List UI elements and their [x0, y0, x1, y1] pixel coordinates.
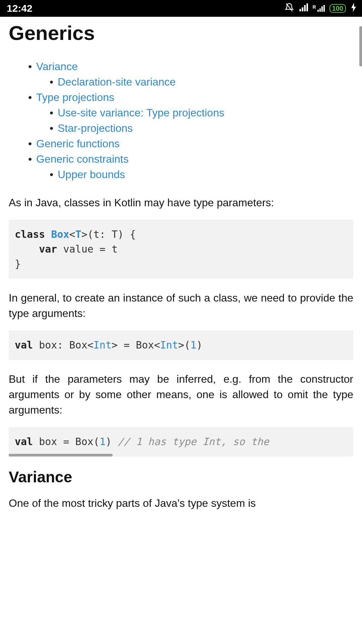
code-keyword: class — [15, 228, 45, 240]
code-text: box: Box< — [33, 339, 94, 351]
code-keyword: val — [15, 339, 33, 351]
code-text: ) — [106, 436, 118, 447]
code-keyword: val — [15, 436, 33, 447]
code-typeparam: T — [75, 228, 81, 240]
vertical-scrollbar[interactable] — [359, 26, 362, 66]
code-number: 1 — [100, 436, 106, 447]
toc-item-declaration-site-variance: Declaration-site variance — [50, 75, 353, 89]
code-text: > = Box< — [112, 339, 160, 351]
code-text: < — [69, 228, 75, 240]
toc-link-type-projections[interactable]: Type projections — [36, 91, 114, 103]
code-text: box = Box( — [33, 436, 100, 447]
code-keyword: var — [39, 243, 57, 255]
code-text: ) — [196, 339, 202, 351]
status-time: 12:42 — [7, 3, 33, 14]
code-text: >(t: T) { — [81, 228, 136, 240]
charging-icon — [351, 3, 357, 14]
paragraph-inferred: But if the parameters may be inferred, e… — [9, 371, 353, 418]
toc-item-use-site-variance: Use-site variance: Type projections — [50, 106, 353, 120]
paragraph-intro: As in Java, classes in Kotlin may have t… — [9, 195, 353, 210]
alarm-off-icon — [285, 3, 294, 14]
toc-link-declaration-site-variance[interactable]: Declaration-site variance — [58, 76, 176, 88]
code-classname: Box — [51, 228, 69, 240]
code-text: } — [15, 258, 21, 270]
toc-link-use-site-variance[interactable]: Use-site variance: Type projections — [58, 107, 224, 119]
code-text: value = t — [57, 243, 118, 255]
toc-item-generic-functions: Generic functions — [28, 137, 353, 151]
toc-item-star-projections: Star-projections — [50, 121, 353, 135]
code-block-box-inferred: val box = Box(1) // 1 has type Int, so t… — [9, 427, 353, 457]
toc-link-generic-functions[interactable]: Generic functions — [36, 138, 120, 150]
code-type: Int — [94, 339, 112, 351]
code-block-box-int: val box: Box<Int> = Box<Int>(1) — [9, 330, 353, 360]
heading-variance: Variance — [9, 468, 353, 486]
toc-item-upper-bounds: Upper bounds — [50, 167, 353, 181]
toc-link-upper-bounds[interactable]: Upper bounds — [58, 168, 125, 180]
paragraph-instance: In general, to create an instance of suc… — [9, 290, 353, 321]
signal-roaming-icon: R — [313, 4, 325, 12]
code-comment: // 1 has type Int, so the — [118, 436, 269, 447]
code-type: Int — [160, 339, 178, 351]
code-text: >( — [178, 339, 190, 351]
page-title: Generics — [9, 21, 353, 45]
toc-item-variance: Variance Declaration-site variance — [28, 59, 353, 89]
signal-icon — [299, 3, 308, 14]
toc-link-generic-constraints[interactable]: Generic constraints — [36, 153, 129, 165]
battery-indicator: 100 — [329, 4, 346, 13]
document-content[interactable]: Generics Variance Declaration-site varia… — [0, 21, 362, 511]
horizontal-scrollbar[interactable] — [9, 454, 113, 457]
code-number: 1 — [190, 339, 196, 351]
code-indent — [15, 243, 39, 255]
toc-item-type-projections: Type projections Use-site variance: Type… — [28, 90, 353, 135]
toc-link-star-projections[interactable]: Star-projections — [58, 122, 133, 134]
toc-link-variance[interactable]: Variance — [36, 60, 78, 72]
paragraph-variance-intro: One of the most tricky parts of Java's t… — [9, 495, 353, 511]
table-of-contents: Variance Declaration-site variance Type … — [28, 59, 353, 181]
status-bar: 12:42 R 100 — [0, 0, 362, 17]
code-block-box-class: class Box<T>(t: T) { var value = t } — [9, 220, 353, 279]
toc-item-generic-constraints: Generic constraints Upper bounds — [28, 152, 353, 181]
